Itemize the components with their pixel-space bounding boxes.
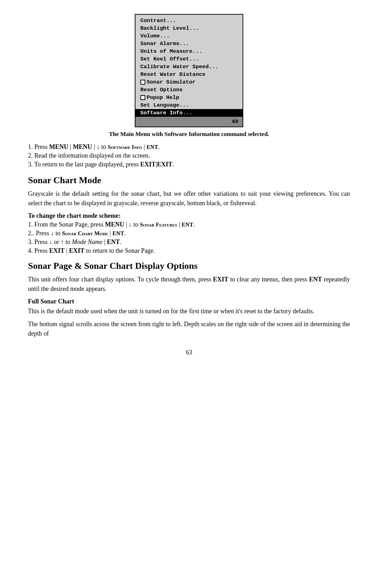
step-3: 3. To return to the last page displayed,… <box>28 161 350 168</box>
menu-item-reset-options[interactable]: Reset Options <box>135 86 243 94</box>
sonar-display-options-heading: Sonar Page & Sonar Chart Display Options <box>28 261 350 271</box>
page-number: 63 <box>28 349 350 356</box>
menu-item-popup-help[interactable]: Popup Help <box>135 94 243 101</box>
menu-item-label: Calibrate Water Speed... <box>140 64 218 70</box>
menu-caption: The Main Menu with Software Information … <box>109 131 269 138</box>
menu-item-sonar-alarms[interactable]: Sonar Alarms... <box>135 40 243 48</box>
change-chart-mode-subheading: To change the chart mode scheme: <box>28 212 350 220</box>
full-sonar-chart-subheading: Full Sonar Chart <box>28 298 350 305</box>
chart-mode-steps: 1. From the Sonar Page, press MENU | ↓ t… <box>28 221 350 254</box>
chart-step-3: 3. Press ↓ or ↑ to Mode Name | ENT. <box>28 238 350 246</box>
menu-item-volume[interactable]: Volume... <box>135 32 243 40</box>
sonar-chart-mode-heading: Sonar Chart Mode <box>28 175 350 186</box>
sonar-simulator-checkbox[interactable] <box>140 80 145 85</box>
menu-item-label: Reset Options <box>140 87 183 93</box>
full-sonar-chart-para1: This is the default mode used when the u… <box>28 307 350 316</box>
menu-item-label: Reset Water Distance <box>140 71 205 78</box>
menu-item-label: Set Language... <box>140 102 189 108</box>
menu-item-contrast[interactable]: Contrast... <box>135 17 243 24</box>
menu-item-label: Sonar Alarms... <box>140 41 189 47</box>
menu-item-label: Set Keel Offset... <box>140 56 199 62</box>
menu-item-keel[interactable]: Set Keel Offset... <box>135 55 243 63</box>
menu-item-units[interactable]: Units of Measure... <box>135 48 243 55</box>
chart-step-1: 1. From the Sonar Page, press MENU | ↓ t… <box>28 221 350 228</box>
chart-step-4: 4. Press EXIT | EXIT to return to the So… <box>28 247 350 254</box>
menu-box: Contrast... Backlight Level... Volume...… <box>135 14 243 127</box>
menu-screenshot-container: Contrast... Backlight Level... Volume...… <box>28 14 350 138</box>
menu-item-sonar-simulator[interactable]: Sonar Simulator <box>135 78 243 86</box>
menu-item-backlight[interactable]: Backlight Level... <box>135 24 243 32</box>
sonar-chart-mode-body: Grayscale is the default setting for the… <box>28 189 350 208</box>
chart-step-2: 2.. Press ↓ to Sonar Chart Mode | ENT. <box>28 230 350 237</box>
menu-bottom-bar-text: 60 <box>232 119 238 125</box>
menu-bottom-bar: 60 <box>135 117 243 127</box>
page-content: Contrast... Backlight Level... Volume...… <box>28 14 350 356</box>
menu-item-label: Backlight Level... <box>140 25 199 31</box>
menu-item-reset-water[interactable]: Reset Water Distance <box>135 71 243 78</box>
menu-item-label: Units of Measure... <box>140 48 202 55</box>
instructions-list: 1. Press MENU | MENU | ↓ to Software Inf… <box>28 143 350 168</box>
popup-help-checkbox[interactable] <box>140 95 145 100</box>
menu-item-calibrate[interactable]: Calibrate Water Speed... <box>135 63 243 71</box>
menu-item-label: Software Info... <box>140 110 192 116</box>
sonar-display-options-body: This unit offers four chart display opti… <box>28 275 350 294</box>
full-sonar-chart-para2: The bottom signal scrolls across the scr… <box>28 320 350 338</box>
menu-item-label: Contrast... <box>140 17 176 24</box>
menu-item-set-language[interactable]: Set Language... <box>135 101 243 109</box>
menu-item-label: Volume... <box>140 33 170 39</box>
step-2: 2. Read the information displayed on the… <box>28 152 350 159</box>
step-1: 1. Press MENU | MENU | ↓ to Software Inf… <box>28 143 350 151</box>
menu-item-software-info[interactable]: Software Info... <box>135 109 243 117</box>
steps: 1. Press MENU | MENU | ↓ to Software Inf… <box>28 143 350 168</box>
menu-item-label: Popup Help <box>147 94 179 101</box>
menu-item-label: Sonar Simulator <box>147 79 196 85</box>
